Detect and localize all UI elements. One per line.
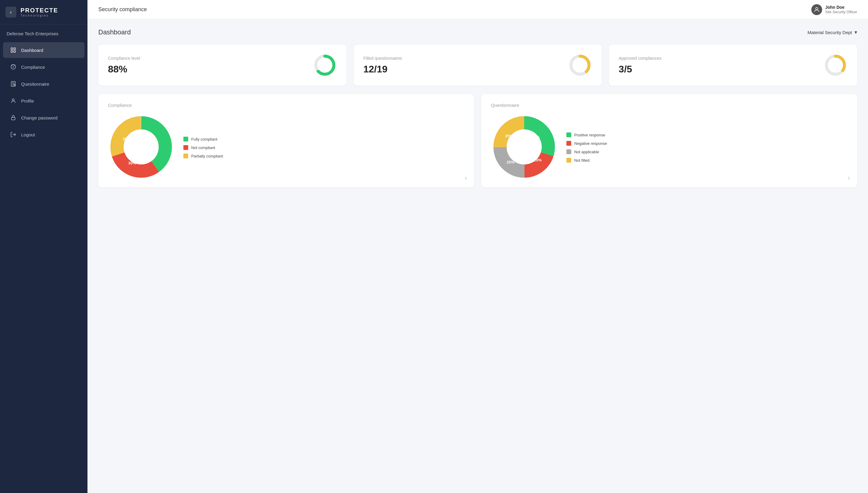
chevron-down-icon: ▾ xyxy=(854,29,857,36)
legend-dot-fully-compliant xyxy=(183,137,188,142)
dashboard-icon xyxy=(10,46,17,54)
sidebar-item-logout-label: Logout xyxy=(21,132,35,137)
questionnaire-donut-chart: 30% 20% 25% 25% xyxy=(491,114,557,181)
logo-text: PROTECTE Technologies xyxy=(21,7,58,17)
stat-value-approved: 3/5 xyxy=(619,64,661,75)
stat-info-compliance: Compliance level 88% xyxy=(108,56,140,75)
sidebar-item-logout[interactable]: Logout xyxy=(3,127,85,143)
company-name: Defense Tech Enterprises xyxy=(0,24,87,39)
legend-positive-response: Positive response xyxy=(566,132,607,137)
profile-icon xyxy=(10,97,17,104)
stat-value-filled: 12/19 xyxy=(363,64,402,75)
legend-label-not-applicable: Not applicable xyxy=(574,150,599,154)
legend-dot-not-compliant xyxy=(183,145,188,150)
page-title: Security compliance xyxy=(98,6,147,13)
svg-point-6 xyxy=(14,84,15,86)
legend-not-filled: Not filled xyxy=(566,158,607,163)
donut-filled xyxy=(568,53,592,77)
stat-info-approved: Approved compliances 3/5 xyxy=(619,56,661,75)
stat-label-compliance: Compliance level xyxy=(108,56,140,61)
legend-negative-response: Negative response xyxy=(566,141,607,146)
chart-card-compliance: Compliance xyxy=(98,94,474,187)
sidebar: ‹ PROTECTE Technologies Defense Tech Ent… xyxy=(0,0,87,493)
legend-fully-compliant: Fully compliant xyxy=(183,137,223,142)
svg-text:30%: 30% xyxy=(123,137,131,141)
compliance-chart-nav[interactable]: › xyxy=(465,174,467,182)
svg-text:25%: 25% xyxy=(507,160,514,165)
user-role: Site Security Officer xyxy=(825,10,857,15)
svg-point-7 xyxy=(13,99,15,101)
legend-label-not-filled: Not filled xyxy=(574,158,589,163)
main-content: Security compliance John Doe Site Securi… xyxy=(87,0,868,493)
sidebar-item-change-password[interactable]: Change password xyxy=(3,110,85,126)
sidebar-item-compliance[interactable]: Compliance xyxy=(3,59,85,75)
questionnaire-chart-content: 30% 20% 25% 25% Positive response xyxy=(491,114,847,181)
logo-sub: Technologies xyxy=(21,14,58,17)
legend-dot-partially-compliant xyxy=(183,154,188,158)
dashboard-content: Dashboard Material Security Dept ▾ Compl… xyxy=(87,19,868,493)
legend-label-fully-compliant: Fully compliant xyxy=(191,137,218,142)
compliance-icon xyxy=(10,63,17,71)
back-button[interactable]: ‹ xyxy=(5,7,16,18)
stat-label-approved: Approved compliances xyxy=(619,56,661,61)
stat-cards: Compliance level 88% Filled questionnair… xyxy=(98,45,857,86)
svg-text:25%: 25% xyxy=(505,134,513,138)
stat-card-approved: Approved compliances 3/5 xyxy=(609,45,857,86)
svg-rect-0 xyxy=(11,48,13,50)
legend-dot-not-applicable xyxy=(566,149,571,154)
chart-cards: Compliance xyxy=(98,94,857,187)
department-selector[interactable]: Material Security Dept ▾ xyxy=(807,29,857,36)
chart-card-questionnaire: Questionnaire xyxy=(481,94,857,187)
sidebar-item-profile[interactable]: Profile xyxy=(3,93,85,109)
svg-text:30%: 30% xyxy=(128,161,136,165)
stat-value-compliance: 88% xyxy=(108,64,140,75)
stat-card-filled-questionnaires: Filled questionnaires 12/19 xyxy=(354,45,602,86)
questionnaire-chart-title: Questionnaire xyxy=(491,103,847,108)
legend-label-positive: Positive response xyxy=(574,133,605,137)
user-details: John Doe Site Security Officer xyxy=(825,4,857,15)
questionnaire-icon xyxy=(10,80,17,87)
lock-icon xyxy=(10,114,17,121)
svg-rect-8 xyxy=(12,117,15,120)
legend-dot-positive xyxy=(566,132,571,137)
logout-icon xyxy=(10,131,17,138)
svg-rect-2 xyxy=(11,51,13,52)
compliance-donut-chart: 40% 30% 30% xyxy=(108,114,174,181)
dashboard-header: Dashboard Material Security Dept ▾ xyxy=(98,28,857,36)
legend-label-not-compliant: Not compliant xyxy=(191,145,215,150)
dashboard-title: Dashboard xyxy=(98,28,131,36)
stat-label-filled: Filled questionnaires xyxy=(363,56,402,61)
legend-dot-negative xyxy=(566,141,571,146)
sidebar-item-dashboard-label: Dashboard xyxy=(21,48,43,53)
legend-label-negative: Negative response xyxy=(574,141,607,146)
compliance-chart-title: Compliance xyxy=(108,103,465,108)
avatar xyxy=(811,4,822,15)
legend-dot-not-filled xyxy=(566,158,571,163)
questionnaire-chart-nav[interactable]: › xyxy=(848,174,850,182)
compliance-legend: Fully compliant Not compliant Partially … xyxy=(183,137,223,158)
svg-text:30%: 30% xyxy=(532,135,539,140)
logo-main: PROTECTE xyxy=(21,7,58,13)
stat-card-compliance-level: Compliance level 88% xyxy=(98,45,347,86)
questionnaire-legend: Positive response Negative response Not … xyxy=(566,132,607,163)
legend-not-compliant: Not compliant xyxy=(183,145,223,150)
svg-point-21 xyxy=(124,129,159,165)
sidebar-item-dashboard[interactable]: Dashboard xyxy=(3,42,85,58)
compliance-chart-content: 40% 30% 30% Fully compliant Not complian xyxy=(108,114,465,181)
svg-text:40%: 40% xyxy=(149,137,157,141)
sidebar-item-profile-label: Profile xyxy=(21,98,34,104)
sidebar-item-questionnaire-label: Quesitonnaire xyxy=(21,82,49,87)
legend-not-applicable: Not applicable xyxy=(566,149,607,154)
svg-rect-3 xyxy=(14,51,16,52)
svg-point-10 xyxy=(816,7,818,9)
legend-label-partially-compliant: Partially compliant xyxy=(191,154,223,158)
user-info-area: John Doe Site Security Officer xyxy=(811,4,857,15)
svg-rect-1 xyxy=(14,48,16,50)
donut-approved xyxy=(823,53,847,77)
department-label: Material Security Dept xyxy=(807,30,852,35)
sidebar-item-change-password-label: Change password xyxy=(21,115,58,121)
sidebar-item-questionnaire[interactable]: Quesitonnaire xyxy=(3,76,85,92)
donut-compliance xyxy=(313,53,337,77)
user-name: John Doe xyxy=(825,4,857,10)
stat-info-filled: Filled questionnaires 12/19 xyxy=(363,56,402,75)
